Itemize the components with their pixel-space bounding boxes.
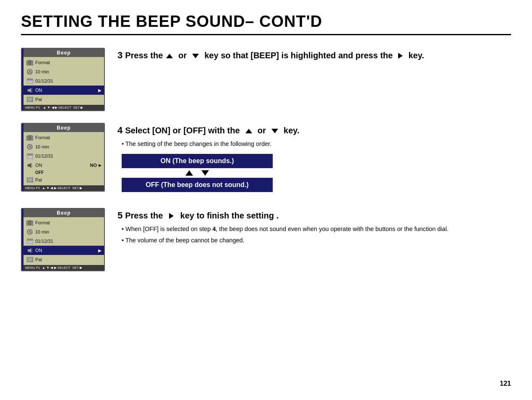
page-title: SETTING THE BEEP SOUND– CONT'D — [21, 13, 511, 35]
on-label-4: ON — [35, 163, 86, 168]
clock-icon: x — [26, 68, 34, 75]
svg-rect-75 — [29, 257, 31, 262]
step-4-heading-text: Select [ON] or [OFF] with the or key. — [125, 126, 299, 135]
lcd-row-format: Format — [23, 58, 104, 67]
svg-marker-14 — [28, 88, 31, 93]
step-4-bullet: • The setting of the beep changes in the… — [122, 139, 511, 149]
svg-line-67 — [31, 252, 32, 252]
step-3-heading: 3 Press the or key so that [BEEP] is hig… — [117, 50, 511, 61]
no-arrow: ▶ — [99, 163, 102, 167]
svg-rect-49 — [31, 180, 32, 181]
on-label-5-hl: ON — [35, 248, 96, 253]
pal-label-4: Pal — [35, 177, 102, 182]
lcd-row-10min: x 10 min — [23, 67, 104, 76]
on-arrow-5: ▶ — [98, 248, 102, 253]
lcd-body-step5: Format 10 min — [23, 217, 104, 265]
beep-on-box: ON (The beep sounds.) — [122, 154, 273, 168]
speaker-icon-4 — [26, 161, 34, 169]
lcd-row-format-5: Format — [23, 218, 104, 227]
no-label: NO — [90, 163, 97, 168]
lcd-header-5: Beep — [23, 209, 104, 217]
lcd-header-4: Beep — [23, 124, 104, 132]
svg-point-54 — [29, 223, 31, 224]
svg-line-17 — [31, 91, 32, 92]
svg-rect-1 — [29, 60, 31, 61]
step-3-heading-text: Press the or key so that [BEEP] is highl… — [125, 51, 424, 60]
calendar-icon — [26, 77, 34, 85]
lcd-footer-step5: MENU P1 ▲ ▼ ◀ ▶ SELECT SET ▶ — [23, 265, 104, 270]
lcd-row-date-4: 01/12/31 — [23, 151, 104, 161]
step-5-heading-text: Press the key to finish the setting . — [125, 211, 279, 221]
step-4-heading: 4 Select [ON] or [OFF] with the or key. — [117, 125, 511, 136]
clock-icon-4 — [26, 143, 34, 151]
lcd-off-sub: OFF — [23, 170, 104, 175]
page-number: 121 — [500, 380, 511, 387]
step-5-number: 5 — [117, 210, 123, 221]
pal-label: Pal — [35, 97, 102, 102]
svg-rect-59 — [27, 239, 33, 241]
lcd-footer-step3: MENU P1 ▲ ▼ ◀ ▶ SELECT SET ▶ — [23, 105, 104, 110]
lcd-row-on-4: ON NO ▶ — [23, 161, 104, 170]
svg-point-29 — [29, 138, 31, 139]
svg-rect-71 — [28, 260, 29, 261]
10min-label-4: 10 min — [35, 144, 102, 149]
lcd-panel-step4: Beep Format — [21, 123, 105, 192]
svg-rect-34 — [27, 154, 33, 156]
clock-icon-5 — [26, 228, 34, 236]
pal-label-5: Pal — [35, 257, 102, 262]
svg-rect-9 — [27, 79, 33, 81]
svg-rect-47 — [31, 178, 32, 179]
svg-rect-22 — [31, 97, 32, 98]
svg-rect-73 — [31, 259, 32, 260]
svg-marker-39 — [28, 163, 31, 168]
film-icon — [26, 96, 34, 103]
format-label-4: Format — [35, 135, 102, 140]
step-3-row: Beep Format x — [21, 48, 511, 111]
svg-rect-48 — [31, 179, 32, 180]
svg-rect-44 — [28, 178, 29, 179]
format-label-5: Format — [35, 220, 102, 225]
svg-rect-69 — [28, 257, 29, 258]
svg-rect-25 — [29, 97, 31, 101]
beep-down-arrow — [201, 170, 209, 176]
calendar-icon-4 — [26, 152, 34, 160]
camera-icon-4 — [26, 134, 34, 141]
svg-rect-23 — [31, 99, 32, 99]
svg-rect-27 — [29, 135, 31, 136]
lcd-panel-step3: Beep Format x — [21, 48, 105, 111]
on-arrow-hl: ▶ — [98, 88, 102, 93]
lcd-row-on-hl: ON ▶ — [23, 86, 104, 95]
step-5-heading: 5 Press the key to finish the setting . — [117, 210, 511, 221]
camera-icon-5 — [26, 219, 34, 226]
svg-rect-72 — [31, 257, 32, 258]
camera-icon — [26, 59, 34, 66]
on-label-hl: ON — [35, 88, 96, 93]
step-4-number: 4 — [117, 125, 123, 136]
beep-diagram-arrows — [185, 169, 209, 177]
lcd-row-10min-4: 10 min — [23, 142, 104, 151]
speaker-icon — [26, 86, 34, 94]
svg-rect-50 — [29, 178, 31, 182]
svg-line-42 — [31, 166, 32, 167]
lcd-row-format-4: Format — [23, 133, 104, 142]
svg-rect-46 — [28, 180, 29, 181]
svg-line-40 — [31, 164, 32, 164]
svg-line-15 — [31, 88, 32, 89]
date-label: 01/12/31 — [35, 78, 102, 83]
lcd-header: Beep — [23, 49, 104, 57]
lcd-row-date-5: 01/12/31 — [23, 236, 104, 246]
lcd-row-date: 01/12/31 — [23, 76, 104, 86]
beep-off-box: OFF (The beep does not sound.) — [122, 178, 273, 192]
lcd-row-10min-5: 10 min — [23, 227, 104, 236]
step-5-bullet-2: • The volume of the beep cannot be chang… — [122, 236, 511, 245]
lcd-body-step3: Format x 10 min — [23, 57, 104, 105]
svg-point-3 — [29, 62, 31, 64]
lcd-row-pal-5: Pal — [23, 255, 104, 264]
svg-rect-21 — [28, 100, 29, 101]
lcd-footer-step4: MENU P1 ▲ ▼ ◀ ▶ SELECT SET ▶ — [23, 185, 104, 191]
svg-rect-74 — [31, 260, 32, 261]
step-4-row: Beep Format — [21, 123, 511, 192]
date-label-5: 01/12/31 — [35, 239, 102, 244]
beep-diagram: ON (The beep sounds.) OFF (The beep does… — [117, 154, 277, 192]
lcd-body-step4: Format 10 min — [23, 132, 104, 185]
